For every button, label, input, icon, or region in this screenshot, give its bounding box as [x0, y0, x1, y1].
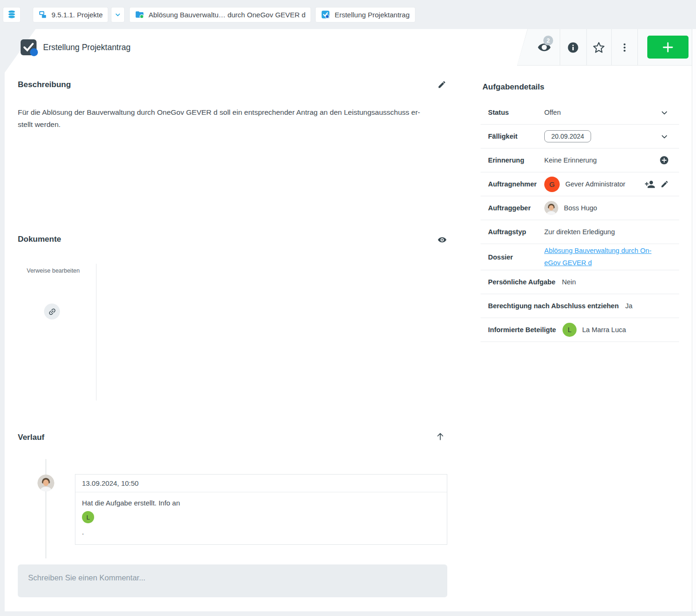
personal-task-label: Persönliche Aufgabe	[488, 278, 562, 286]
reminder-label: Erinnerung	[488, 156, 544, 164]
task-check-icon	[321, 10, 330, 19]
documents-visibility-eye-icon[interactable]	[437, 235, 447, 245]
favorite-star-icon[interactable]	[586, 29, 611, 66]
history-entry-suffix: .	[82, 528, 440, 536]
detail-row-revoke-permission: Berechtigung nach Abschluss entziehen Ja	[481, 294, 679, 318]
scrollbar-track[interactable]	[692, 29, 696, 611]
chevron-down-icon	[114, 11, 121, 18]
breadcrumb-task-label: Erstellung Projektantrag	[334, 11, 409, 19]
collapse-history-arrow-up-icon[interactable]	[436, 432, 445, 441]
task-type-label: Auftragstyp	[488, 228, 544, 236]
history-entry-card: 13.09.2024, 10:50 Hat die Aufgabe erstel…	[75, 474, 447, 545]
assignee-avatar: G	[544, 177, 560, 192]
add-button[interactable]	[647, 36, 689, 59]
dossier-link[interactable]: Ablösung Bauverwaltung durch On- eGov GE…	[544, 245, 652, 269]
detail-row-personal-task: Persönliche Aufgabe Nein	[481, 270, 679, 294]
dossier-label: Dossier	[488, 253, 544, 261]
task-type-icon	[21, 39, 37, 55]
history-entry-text: Hat die Aufgabe erstellt. Info an	[82, 499, 440, 507]
assignee-label: Auftragnehmer	[488, 180, 544, 188]
edit-references-link-icon[interactable]	[44, 304, 60, 319]
task-details-heading: Aufgabendetails	[482, 82, 679, 92]
detail-row-reminder: Erinnerung Keine Erinnerung	[481, 148, 679, 172]
issuer-avatar	[544, 201, 558, 215]
description-text: Für die Ablösung der Bauverwaltung durch…	[18, 106, 440, 131]
dossier-link-line: eGov GEVER d	[544, 257, 652, 269]
mentioned-participant-avatar: L	[82, 511, 94, 523]
status-label: Status	[488, 109, 544, 116]
detail-row-due-date: Fälligkeit 20.09.2024	[481, 125, 679, 148]
task-state-dot	[30, 48, 38, 56]
watchers-count-badge: 2	[543, 36, 553, 45]
status-chevron-down-icon[interactable]	[660, 108, 669, 117]
detail-row-status: Status Offen	[481, 101, 679, 125]
breadcrumb-repository-chip[interactable]: 9.5.1.1. Projekte	[33, 7, 108, 22]
history-heading: Verlauf	[18, 433, 44, 442]
edit-description-pencil-icon[interactable]	[437, 80, 446, 89]
reassign-person-add-icon[interactable]	[644, 179, 655, 190]
breadcrumb-task-chip[interactable]: Erstellung Projektantrag	[316, 7, 415, 22]
header-action-strip: 2	[517, 29, 692, 66]
divider	[637, 29, 638, 65]
more-options-kebab-icon[interactable]	[611, 29, 637, 66]
reminder-value: Keine Erinnerung	[544, 156, 597, 164]
timeline-line	[45, 459, 46, 558]
personal-task-value: Nein	[562, 278, 576, 286]
assignee-value: Gever Administrator	[565, 180, 625, 188]
plus-icon	[661, 41, 674, 54]
revoke-permission-value: Ja	[625, 302, 632, 310]
history-entry-timestamp: 13.09.2024, 10:50	[75, 475, 447, 492]
page-title: Erstellung Projektantrag	[43, 43, 131, 52]
detail-row-assignee: Auftragnehmer G Gever Administrator	[481, 172, 679, 196]
detail-row-informed-participants: Informierte Beteiligte L La Marra Luca	[481, 318, 679, 342]
description-heading: Beschreibung	[18, 80, 71, 89]
due-date-field[interactable]: 20.09.2024	[544, 130, 591, 142]
description-line: Für die Ablösung der Bauverwaltung durch…	[18, 106, 440, 119]
breadcrumb-dossier-label: Ablösung Bauverwaltu… durch OneGov GEVER…	[148, 11, 305, 19]
dossier-link-line: Ablösung Bauverwaltung durch On-	[544, 245, 652, 257]
documents-heading: Dokumente	[18, 235, 61, 244]
edit-references-label: Verweise bearbeiten	[27, 267, 80, 274]
task-details-panel: Aufgabendetails Status Offen Fälligkeit …	[481, 82, 679, 342]
comment-input[interactable]	[18, 564, 447, 597]
detail-row-issuer: Auftraggeber Boss Hugo	[481, 196, 679, 220]
info-icon[interactable]	[560, 29, 586, 66]
informed-participant-avatar: L	[563, 323, 577, 337]
task-type-value: Zur direkten Erledigung	[544, 228, 615, 236]
repository-icon	[38, 10, 47, 19]
description-line: stellt werden.	[18, 119, 440, 131]
history-entry-avatar	[37, 475, 54, 491]
due-date-chevron-down-icon[interactable]	[660, 132, 669, 141]
breadcrumb-bar: 9.5.1.1. Projekte Ablösung Bauverwaltu… …	[0, 0, 696, 29]
informed-participants-value: La Marra Luca	[582, 326, 626, 334]
breadcrumb-expand-chip[interactable]	[111, 7, 124, 22]
revoke-permission-label: Berechtigung nach Abschluss entziehen	[488, 302, 625, 310]
detail-row-dossier: Dossier Ablösung Bauverwaltung durch On-…	[481, 244, 679, 270]
due-date-label: Fälligkeit	[488, 133, 544, 140]
divider	[96, 264, 96, 401]
add-reminder-plus-icon[interactable]	[659, 156, 669, 165]
watchers-eye-icon[interactable]	[530, 29, 558, 66]
detail-row-task-type: Auftragstyp Zur direkten Erledigung	[481, 220, 679, 244]
status-value: Offen	[544, 109, 561, 116]
issuer-value: Boss Hugo	[564, 204, 597, 212]
issuer-label: Auftraggeber	[488, 204, 544, 212]
dossier-folder-icon	[135, 10, 144, 19]
breadcrumb-root-chip[interactable]	[3, 7, 20, 22]
breadcrumb-dossier-chip[interactable]: Ablösung Bauverwaltu… durch OneGov GEVER…	[130, 7, 311, 22]
breadcrumb-repository-label: 9.5.1.1. Projekte	[52, 11, 103, 19]
database-icon	[7, 9, 17, 20]
edit-assignee-pencil-icon[interactable]	[660, 180, 669, 188]
informed-participants-label: Informierte Beteiligte	[488, 326, 563, 334]
